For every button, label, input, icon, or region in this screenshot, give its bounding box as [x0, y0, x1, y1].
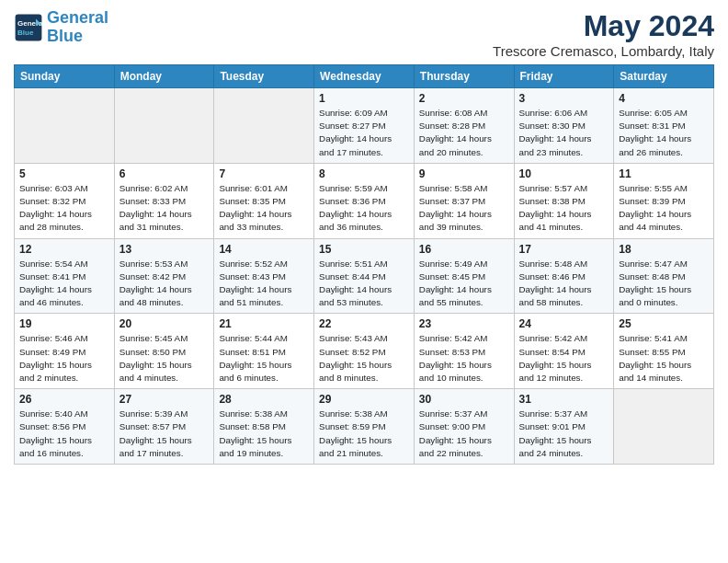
day-number: 9	[419, 167, 509, 180]
calendar-cell: 14Sunrise: 5:52 AM Sunset: 8:43 PM Dayli…	[214, 238, 314, 314]
calendar-cell: 5Sunrise: 6:03 AM Sunset: 8:32 PM Daylig…	[15, 163, 115, 238]
calendar-cell: 16Sunrise: 5:49 AM Sunset: 8:45 PM Dayli…	[414, 238, 514, 314]
calendar-cell	[114, 88, 214, 164]
day-number: 6	[119, 167, 210, 180]
calendar-cell: 25Sunrise: 5:41 AM Sunset: 8:55 PM Dayli…	[614, 314, 714, 389]
calendar-cell: 19Sunrise: 5:46 AM Sunset: 8:49 PM Dayli…	[15, 314, 115, 389]
day-number: 18	[619, 243, 709, 256]
calendar-cell: 11Sunrise: 5:55 AM Sunset: 8:39 PM Dayli…	[614, 163, 714, 238]
title-block: May 2024 Trescore Cremasco, Lombardy, It…	[493, 9, 714, 59]
calendar-cell: 23Sunrise: 5:42 AM Sunset: 8:53 PM Dayli…	[414, 314, 514, 389]
day-number: 19	[19, 317, 109, 330]
day-number: 23	[419, 317, 509, 330]
day-number: 4	[619, 92, 709, 105]
calendar-cell: 4Sunrise: 6:05 AM Sunset: 8:31 PM Daylig…	[614, 88, 714, 164]
day-info: Sunrise: 5:39 AM Sunset: 8:57 PM Dayligh…	[119, 408, 210, 460]
day-number: 7	[219, 167, 309, 180]
day-number: 20	[119, 317, 210, 330]
calendar-cell: 12Sunrise: 5:54 AM Sunset: 8:41 PM Dayli…	[15, 238, 115, 314]
logo-text: General Blue	[47, 9, 108, 46]
day-number: 24	[519, 317, 609, 330]
day-number: 28	[219, 393, 309, 406]
day-info: Sunrise: 5:49 AM Sunset: 8:45 PM Dayligh…	[419, 258, 509, 310]
calendar-cell: 18Sunrise: 5:47 AM Sunset: 8:48 PM Dayli…	[614, 238, 714, 314]
logo-icon: General Blue	[14, 13, 43, 42]
day-info: Sunrise: 5:43 AM Sunset: 8:52 PM Dayligh…	[319, 332, 409, 385]
logo: General Blue General Blue	[14, 9, 108, 46]
calendar-cell: 8Sunrise: 5:59 AM Sunset: 8:36 PM Daylig…	[314, 163, 415, 238]
calendar-cell: 1Sunrise: 6:09 AM Sunset: 8:27 PM Daylig…	[314, 88, 415, 164]
day-of-week-header: Wednesday	[314, 65, 415, 88]
day-number: 11	[619, 167, 709, 180]
day-number: 17	[519, 243, 609, 256]
calendar-cell: 26Sunrise: 5:40 AM Sunset: 8:56 PM Dayli…	[15, 389, 115, 465]
calendar-cell	[214, 88, 314, 164]
day-info: Sunrise: 5:58 AM Sunset: 8:37 PM Dayligh…	[419, 182, 509, 235]
day-number: 16	[419, 243, 509, 256]
day-info: Sunrise: 5:55 AM Sunset: 8:39 PM Dayligh…	[619, 182, 709, 235]
day-number: 27	[119, 393, 210, 406]
calendar-cell: 13Sunrise: 5:53 AM Sunset: 8:42 PM Dayli…	[114, 238, 214, 314]
day-of-week-header: Sunday	[15, 65, 115, 88]
day-info: Sunrise: 5:37 AM Sunset: 9:01 PM Dayligh…	[519, 408, 609, 460]
calendar-cell: 7Sunrise: 6:01 AM Sunset: 8:35 PM Daylig…	[214, 163, 314, 238]
day-info: Sunrise: 5:47 AM Sunset: 8:48 PM Dayligh…	[619, 258, 709, 310]
day-info: Sunrise: 6:09 AM Sunset: 8:27 PM Dayligh…	[319, 107, 409, 159]
calendar-cell: 28Sunrise: 5:38 AM Sunset: 8:58 PM Dayli…	[214, 389, 314, 465]
calendar-cell: 20Sunrise: 5:45 AM Sunset: 8:50 PM Dayli…	[114, 314, 214, 389]
day-number: 14	[219, 243, 309, 256]
calendar-week-row: 19Sunrise: 5:46 AM Sunset: 8:49 PM Dayli…	[15, 314, 714, 389]
day-of-week-header: Tuesday	[214, 65, 314, 88]
calendar-cell	[15, 88, 115, 164]
day-info: Sunrise: 5:48 AM Sunset: 8:46 PM Dayligh…	[519, 258, 609, 310]
day-info: Sunrise: 5:57 AM Sunset: 8:38 PM Dayligh…	[519, 182, 609, 235]
calendar-cell: 10Sunrise: 5:57 AM Sunset: 8:38 PM Dayli…	[514, 163, 614, 238]
day-number: 10	[519, 167, 609, 180]
day-number: 25	[619, 317, 709, 330]
calendar-cell: 27Sunrise: 5:39 AM Sunset: 8:57 PM Dayli…	[114, 389, 214, 465]
calendar-cell: 2Sunrise: 6:08 AM Sunset: 8:28 PM Daylig…	[414, 88, 514, 164]
day-info: Sunrise: 5:53 AM Sunset: 8:42 PM Dayligh…	[119, 258, 210, 310]
day-number: 2	[419, 92, 509, 105]
day-of-week-header: Friday	[514, 65, 614, 88]
day-info: Sunrise: 5:45 AM Sunset: 8:50 PM Dayligh…	[119, 332, 210, 385]
day-info: Sunrise: 5:42 AM Sunset: 8:54 PM Dayligh…	[519, 332, 609, 385]
calendar-cell: 3Sunrise: 6:06 AM Sunset: 8:30 PM Daylig…	[514, 88, 614, 164]
day-of-week-header: Thursday	[414, 65, 514, 88]
svg-text:Blue: Blue	[17, 29, 34, 37]
day-number: 1	[319, 92, 409, 105]
calendar-cell: 17Sunrise: 5:48 AM Sunset: 8:46 PM Dayli…	[514, 238, 614, 314]
page-header: General Blue General Blue May 2024 Tresc…	[14, 9, 714, 59]
calendar-week-row: 12Sunrise: 5:54 AM Sunset: 8:41 PM Dayli…	[15, 238, 714, 314]
day-number: 22	[319, 317, 409, 330]
calendar-table: SundayMondayTuesdayWednesdayThursdayFrid…	[14, 64, 714, 465]
day-info: Sunrise: 5:38 AM Sunset: 8:58 PM Dayligh…	[219, 408, 309, 460]
calendar-week-row: 5Sunrise: 6:03 AM Sunset: 8:32 PM Daylig…	[15, 163, 714, 238]
day-number: 29	[319, 393, 409, 406]
day-number: 21	[219, 317, 309, 330]
calendar-cell: 22Sunrise: 5:43 AM Sunset: 8:52 PM Dayli…	[314, 314, 415, 389]
day-number: 26	[19, 393, 109, 406]
day-info: Sunrise: 6:02 AM Sunset: 8:33 PM Dayligh…	[119, 182, 210, 235]
day-number: 3	[519, 92, 609, 105]
calendar-cell: 24Sunrise: 5:42 AM Sunset: 8:54 PM Dayli…	[514, 314, 614, 389]
day-of-week-header: Monday	[114, 65, 214, 88]
calendar-cell: 21Sunrise: 5:44 AM Sunset: 8:51 PM Dayli…	[214, 314, 314, 389]
day-info: Sunrise: 5:44 AM Sunset: 8:51 PM Dayligh…	[219, 332, 309, 385]
day-info: Sunrise: 6:05 AM Sunset: 8:31 PM Dayligh…	[619, 107, 709, 159]
day-info: Sunrise: 5:59 AM Sunset: 8:36 PM Dayligh…	[319, 182, 409, 235]
day-number: 31	[519, 393, 609, 406]
calendar-cell: 30Sunrise: 5:37 AM Sunset: 9:00 PM Dayli…	[414, 389, 514, 465]
calendar-cell: 29Sunrise: 5:38 AM Sunset: 8:59 PM Dayli…	[314, 389, 415, 465]
day-info: Sunrise: 5:41 AM Sunset: 8:55 PM Dayligh…	[619, 332, 709, 385]
calendar-cell	[614, 389, 714, 465]
calendar-cell: 31Sunrise: 5:37 AM Sunset: 9:01 PM Dayli…	[514, 389, 614, 465]
calendar-cell: 6Sunrise: 6:02 AM Sunset: 8:33 PM Daylig…	[114, 163, 214, 238]
main-title: May 2024	[493, 9, 714, 43]
day-info: Sunrise: 5:51 AM Sunset: 8:44 PM Dayligh…	[319, 258, 409, 310]
day-info: Sunrise: 5:46 AM Sunset: 8:49 PM Dayligh…	[19, 332, 109, 385]
day-info: Sunrise: 6:08 AM Sunset: 8:28 PM Dayligh…	[419, 107, 509, 159]
day-number: 30	[419, 393, 509, 406]
day-info: Sunrise: 5:52 AM Sunset: 8:43 PM Dayligh…	[219, 258, 309, 310]
day-of-week-header: Saturday	[614, 65, 714, 88]
